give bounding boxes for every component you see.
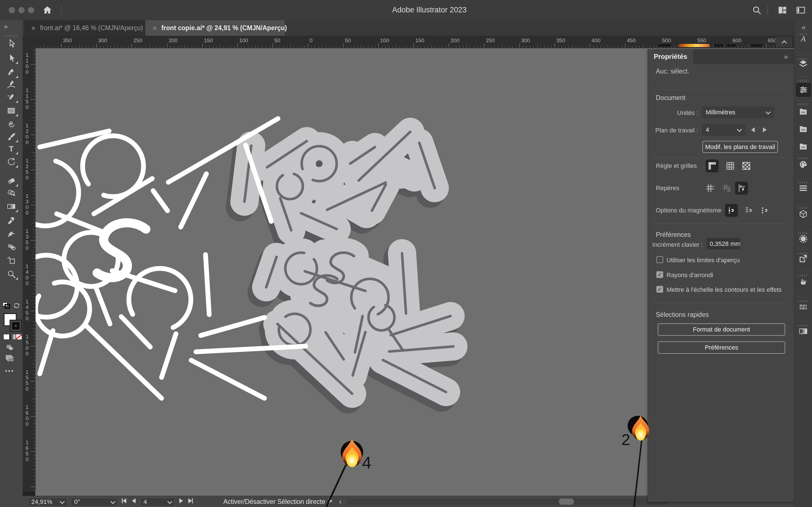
tool-pencil[interactable] — [3, 91, 20, 104]
quick-button-preferences[interactable]: Préférences — [658, 341, 785, 354]
collapse-status-icon[interactable]: ‹ — [339, 497, 342, 506]
dock-panel-library-1[interactable] — [795, 104, 811, 119]
toolbar-expand-icon[interactable]: » — [4, 22, 8, 31]
tool-selection[interactable] — [3, 37, 20, 50]
tool-curvature[interactable] — [3, 78, 20, 91]
zoom-window-button[interactable] — [28, 7, 34, 13]
home-icon[interactable] — [42, 5, 52, 15]
dock-panel-properties[interactable] — [795, 82, 812, 98]
tool-blend[interactable] — [3, 227, 20, 240]
snap-pixel-button[interactable] — [758, 204, 771, 217]
workspace-switcher-icon[interactable] — [777, 5, 788, 15]
dock-panel-brushes[interactable] — [795, 274, 811, 288]
previous-artboard-arrow[interactable] — [751, 127, 755, 132]
grid-icon — [725, 161, 735, 171]
snap-grid-button[interactable] — [742, 204, 755, 217]
dock-panel-stroke[interactable] — [795, 181, 811, 195]
minimize-window-button[interactable] — [18, 7, 24, 13]
default-fill-stroke-icon[interactable] — [2, 302, 11, 309]
gradient-button[interactable] — [10, 334, 16, 340]
titlebar-divider — [767, 6, 768, 14]
tool-artboard[interactable] — [3, 253, 20, 267]
ruler-button[interactable] — [706, 159, 719, 172]
status-hint-menu-icon[interactable] — [329, 498, 333, 503]
more-tools-icon[interactable]: ••• — [5, 367, 14, 375]
guides-lock-button[interactable] — [720, 182, 733, 194]
checkbox-1[interactable]: ✓ — [656, 271, 663, 278]
tool-spiral[interactable] — [3, 117, 20, 131]
tool-eraser[interactable] — [3, 174, 20, 187]
dock-panel-fonts[interactable]: A — [795, 31, 811, 46]
dock-panel-3d[interactable] — [795, 207, 811, 221]
last-artboard-button[interactable] — [188, 498, 193, 503]
swap-fill-stroke-icon[interactable] — [13, 302, 20, 309]
stroke-color-swatch[interactable] — [10, 320, 22, 332]
tool-type[interactable]: T — [3, 142, 20, 156]
units-select[interactable]: Millimètres — [702, 107, 774, 118]
tool-direct-selection[interactable] — [3, 52, 20, 65]
dock-panel-opacity[interactable] — [795, 231, 811, 246]
document-tab-1[interactable]: ×front.ai* @ 16,46 % (CMJN/Aperçu) — [24, 20, 145, 36]
horizontal-ruler[interactable]: 3503002502001501005005010015020025030035… — [35, 36, 794, 48]
dock-panel-artboards[interactable] — [795, 300, 811, 314]
tab-proprietes[interactable]: Propriétés — [648, 49, 693, 64]
checkbox-2[interactable]: ✓ — [656, 286, 663, 293]
screen-mode-icon[interactable] — [5, 353, 14, 362]
tool-pen[interactable] — [3, 66, 20, 79]
rotation-field[interactable]: 0° — [71, 498, 118, 506]
tool-gradient[interactable] — [3, 200, 20, 213]
tool-rotate[interactable] — [3, 155, 20, 169]
horizontal-scrollbar[interactable] — [347, 499, 668, 505]
tool-rectangle[interactable] — [3, 104, 20, 117]
horizontal-scrollbar-thumb[interactable] — [559, 499, 574, 505]
guides-button[interactable] — [704, 182, 717, 194]
dock-panel-gradient[interactable] — [795, 324, 811, 339]
dock-drag-handle[interactable] — [798, 79, 808, 82]
ruler-origin-corner[interactable] — [22, 36, 36, 48]
arrange-documents-icon[interactable] — [796, 5, 806, 15]
dock-panel-layers[interactable] — [795, 56, 811, 71]
zoom-level-field[interactable]: 24,91% — [28, 498, 67, 506]
smart-guides-button[interactable] — [735, 182, 748, 194]
close-window-button[interactable] — [9, 7, 15, 13]
artboard-select[interactable]: 4 — [702, 124, 745, 136]
grid-button[interactable] — [724, 159, 737, 172]
hruler-label: 350 — [556, 38, 565, 44]
document-tab-2[interactable]: ×front copie.ai* @ 24,91 % (CMJN/Aperçu) — [145, 20, 285, 36]
snap-point-button[interactable] — [725, 204, 738, 217]
search-icon[interactable] — [752, 5, 762, 15]
dock-panel-swatches[interactable] — [795, 157, 811, 172]
close-tab-icon[interactable]: × — [153, 24, 157, 32]
tool-shape-builder[interactable] — [3, 186, 20, 200]
close-tab-icon[interactable]: × — [31, 24, 36, 32]
keyboard-increment-field[interactable]: 0,3528 mm — [707, 238, 740, 249]
vertical-ruler[interactable]: 1 1 0 01 1 5 01 2 0 01 2 5 01 3 0 01 3 5… — [22, 48, 36, 492]
artboard-navigation-field[interactable]: 4 — [140, 498, 175, 506]
paintbrush-icon — [6, 132, 16, 142]
none-button[interactable] — [16, 334, 22, 340]
color-button[interactable] — [3, 334, 10, 340]
export-icon — [799, 254, 808, 263]
zoom-icon — [6, 269, 16, 279]
previous-artboard-button[interactable] — [132, 498, 136, 503]
dock-panel-library-3[interactable] — [795, 139, 811, 154]
drawing-mode-icon[interactable] — [6, 343, 14, 351]
next-artboard-button[interactable] — [179, 498, 183, 503]
edit-artboards-button[interactable]: Modif. les plans de travail — [702, 141, 778, 153]
first-artboard-button[interactable] — [122, 498, 126, 503]
tool-zoom[interactable] — [3, 267, 20, 281]
dock-panel-library-2[interactable] — [795, 122, 811, 136]
tool-eyedropper[interactable] — [3, 214, 20, 228]
tool-paintbrush[interactable] — [3, 130, 20, 144]
collapse-ruler-button[interactable] — [776, 37, 792, 47]
checkbox-0[interactable] — [656, 256, 663, 263]
flyout-triangle — [15, 100, 18, 103]
transparency-button[interactable] — [740, 159, 753, 172]
dock-panel-export[interactable] — [795, 251, 811, 266]
tool-symbols[interactable] — [3, 240, 20, 253]
rotate-icon — [6, 157, 16, 167]
svg-text:T: T — [9, 144, 13, 153]
next-artboard-arrow[interactable] — [763, 127, 767, 132]
quick-button-document-setup[interactable]: Format de document — [658, 323, 785, 336]
panel-collapse-icon[interactable]: » — [784, 52, 788, 61]
